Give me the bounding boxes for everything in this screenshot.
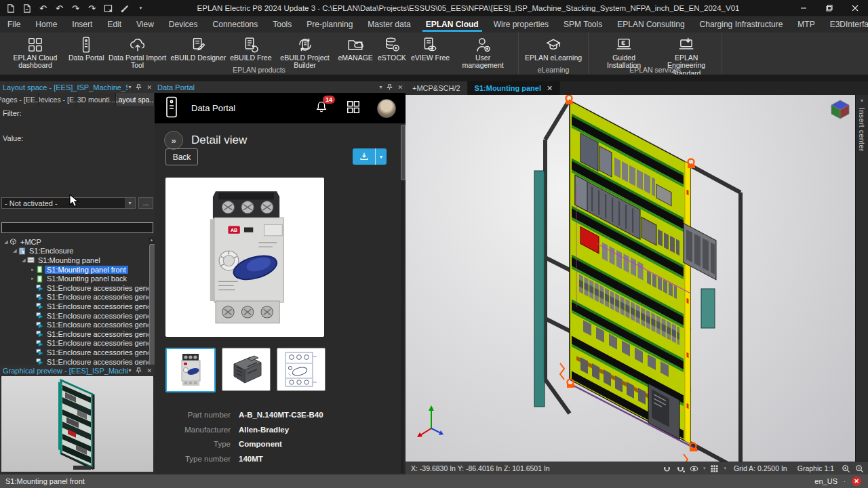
tree-item[interactable]: S1:Enclosure accessories general bbox=[0, 339, 149, 348]
pin-icon[interactable] bbox=[387, 84, 393, 90]
navigator-tab[interactable]: Pages - [EE... bbox=[0, 93, 39, 106]
close-tab-icon[interactable]: ✕ bbox=[547, 84, 553, 93]
restore-button[interactable] bbox=[816, 0, 842, 16]
tree-expander-icon[interactable]: ▸ bbox=[29, 276, 36, 281]
download-icon[interactable] bbox=[353, 148, 376, 165]
portal-scrollbar[interactable] bbox=[401, 123, 404, 473]
pin-icon[interactable] bbox=[136, 367, 142, 373]
navigator-tab[interactable]: Layout spa... bbox=[116, 93, 155, 106]
menu-tab[interactable]: Edit bbox=[100, 16, 129, 33]
scroll-up-icon[interactable]: ▲ bbox=[149, 238, 155, 242]
menu-tab[interactable]: File bbox=[0, 16, 28, 33]
tree-item[interactable]: ▸ S1:Mounting panel front bbox=[0, 265, 149, 274]
user-avatar[interactable] bbox=[377, 99, 396, 118]
ribbon-button[interactable]: Data Portal Import Tool bbox=[106, 35, 169, 70]
filter-dropdown[interactable]: - Not activated - ▾ bbox=[1, 197, 136, 209]
tree-item[interactable]: S1:Enclosure accessories general bbox=[0, 348, 149, 357]
tree-item[interactable]: ◢ S1:Mounting panel bbox=[0, 256, 149, 265]
download-split-button[interactable]: ▾ bbox=[353, 148, 387, 165]
expand-panel-caret-icon[interactable]: ▾ bbox=[861, 98, 863, 104]
thumbnail-3d-model[interactable] bbox=[222, 348, 271, 391]
back-button[interactable]: Back bbox=[165, 148, 198, 165]
open-page-icon[interactable] bbox=[22, 3, 32, 14]
tree-expander-icon[interactable]: ▸ bbox=[29, 267, 36, 272]
thumbnail-photo[interactable] bbox=[165, 348, 216, 392]
menu-tab[interactable]: Charging Infrastructure bbox=[692, 16, 791, 33]
tree-item[interactable]: ▸ S1:Mounting panel back bbox=[0, 274, 149, 283]
new-page-icon[interactable] bbox=[5, 3, 16, 14]
value-input[interactable] bbox=[1, 222, 153, 233]
layer-visibility-icon[interactable] bbox=[690, 464, 698, 473]
tree-expander-icon[interactable]: ◢ bbox=[3, 239, 9, 245]
ribbon-button[interactable]: eVIEW Free bbox=[409, 35, 452, 70]
ribbon-button[interactable]: eBUILD Free bbox=[228, 35, 273, 70]
coordinate-box-icon[interactable] bbox=[103, 3, 113, 14]
chevron-down-icon[interactable]: ▾ bbox=[724, 466, 726, 471]
menu-tab[interactable]: Insert bbox=[64, 16, 100, 33]
close-panel-icon[interactable]: ✕ bbox=[397, 84, 403, 91]
toolbar-options-caret-icon[interactable]: ▾ bbox=[136, 3, 146, 14]
menu-tab[interactable]: EPLAN Consulting bbox=[610, 16, 692, 33]
message-error-icon[interactable]: ✕ bbox=[852, 476, 861, 486]
ribbon-button[interactable]: EPLAN eLearning bbox=[523, 35, 584, 62]
tool-icon[interactable] bbox=[119, 3, 130, 14]
language-indicator[interactable]: en_US bbox=[814, 477, 837, 485]
insert-center-collapsed-panel[interactable]: ▾ Insert center bbox=[855, 95, 868, 462]
menu-tab[interactable]: MTP bbox=[790, 16, 822, 33]
tree-expander-icon[interactable]: ◢ bbox=[20, 258, 27, 263]
tree-item[interactable]: S1:Enclosure accessories general bbox=[0, 283, 149, 293]
close-panel-icon[interactable]: ✕ bbox=[146, 367, 152, 374]
tree-item[interactable]: ◢ +MCP bbox=[0, 237, 149, 247]
ribbon-button[interactable]: User management bbox=[452, 35, 514, 70]
menu-tab[interactable]: View bbox=[129, 16, 161, 33]
panel-menu-caret-icon[interactable]: ▾ bbox=[128, 367, 131, 373]
viewport-tab[interactable]: S1:Mounting panel ✕ bbox=[468, 81, 561, 95]
tree-item[interactable]: S1:Enclosure accessories general bbox=[0, 302, 149, 311]
3d-viewport[interactable] bbox=[406, 95, 856, 462]
download-options-caret-icon[interactable]: ▾ bbox=[376, 148, 387, 165]
snap-magnet-icon[interactable] bbox=[663, 464, 671, 473]
collapse-detail-button[interactable]: » bbox=[164, 131, 183, 150]
tree-item[interactable]: S1:Enclosure accessories general bbox=[0, 293, 149, 302]
viewport-tab[interactable]: +MCP&SCH/2 ✕ bbox=[406, 81, 468, 95]
menu-tab[interactable]: SPM Tools bbox=[556, 16, 610, 33]
chevron-down-icon[interactable]: ▾ bbox=[703, 466, 706, 471]
grid-toggle-icon[interactable] bbox=[710, 464, 719, 473]
tree-item[interactable]: ◢ S1:Enclosure bbox=[0, 247, 149, 256]
tree-item[interactable]: S1:Enclosure accessories general bbox=[0, 311, 149, 321]
zoom-out-icon[interactable] bbox=[855, 464, 864, 473]
navigator-tab[interactable]: Devices - [E... bbox=[39, 93, 77, 106]
filter-more-button[interactable]: ... bbox=[138, 197, 153, 209]
ribbon-button[interactable]: eBUILD Project Builder bbox=[274, 35, 336, 70]
zoom-in-icon[interactable] bbox=[842, 464, 850, 473]
menu-tab[interactable]: Wire properties bbox=[486, 16, 556, 33]
navigator-tab[interactable]: 3D mounti... bbox=[77, 93, 116, 106]
preview-3d-thumbnail[interactable] bbox=[1, 376, 153, 472]
tree-item[interactable]: S1:Enclosure accessories general bbox=[0, 329, 149, 339]
chevron-down-icon[interactable]: ▾ bbox=[125, 198, 135, 208]
menu-tab[interactable]: Master data bbox=[360, 16, 418, 33]
menu-tab[interactable]: Pre-planning bbox=[299, 16, 360, 33]
close-button[interactable] bbox=[842, 0, 868, 16]
tree-expander-icon[interactable]: ◢ bbox=[12, 248, 18, 253]
apps-grid-icon[interactable] bbox=[346, 100, 361, 117]
ribbon-button[interactable]: eSTOCK bbox=[375, 35, 409, 70]
menu-tab[interactable]: EPLAN Cloud bbox=[418, 16, 486, 33]
ribbon-button[interactable]: Data Portal bbox=[66, 35, 106, 70]
undo-icon[interactable]: ↶ bbox=[54, 3, 64, 14]
thumbnail-drawing[interactable] bbox=[277, 348, 326, 391]
undo-list-icon[interactable]: ↶ bbox=[38, 3, 48, 14]
menu-tab[interactable]: Devices bbox=[161, 16, 205, 33]
menu-tab[interactable]: Connections bbox=[205, 16, 266, 33]
ribbon-button[interactable]: eBUILD Designer bbox=[169, 35, 229, 70]
pin-icon[interactable] bbox=[136, 84, 142, 90]
tree-item[interactable]: S1:Enclosure accessories general bbox=[0, 320, 149, 329]
menu-tab[interactable]: Home bbox=[28, 16, 64, 33]
minimize-button[interactable] bbox=[791, 0, 816, 16]
object-snap-icon[interactable] bbox=[676, 464, 685, 473]
ribbon-button[interactable]: eMANAGE bbox=[336, 35, 375, 70]
ribbon-button[interactable]: EPLAN Cloud dashboard bbox=[4, 35, 66, 70]
menu-tab[interactable]: E3DInterface bbox=[823, 16, 868, 33]
panel-menu-caret-icon[interactable]: ▾ bbox=[379, 84, 382, 90]
menu-tab[interactable]: Tools bbox=[265, 16, 299, 33]
